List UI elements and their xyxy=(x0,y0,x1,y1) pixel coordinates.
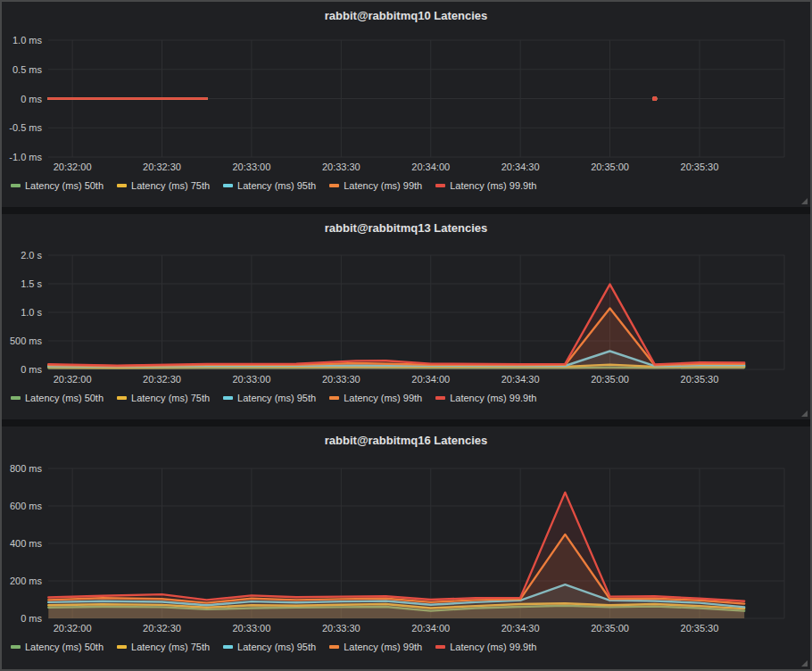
legend: Latency (ms) 50thLatency (ms) 75thLatenc… xyxy=(11,393,536,403)
y-tick-label: 0 ms xyxy=(21,613,42,624)
legend-item[interactable]: Latency (ms) 99th xyxy=(329,642,422,652)
legend-item[interactable]: Latency (ms) 95th xyxy=(223,180,316,191)
chart-canvas[interactable]: 1.0 ms0.5 ms0 ms-0.5 ms-1.0 ms20:32:0020… xyxy=(2,2,810,207)
legend: Latency (ms) 50thLatency (ms) 75thLatenc… xyxy=(11,180,536,191)
x-tick-label: 20:34:00 xyxy=(411,623,450,634)
legend-item[interactable]: Latency (ms) 99.9th xyxy=(435,180,536,191)
y-tick-label: 600 ms xyxy=(10,501,43,511)
y-tick-label: 1.5 s xyxy=(21,278,42,289)
y-tick-label: 400 ms xyxy=(10,538,43,549)
legend-label: Latency (ms) 99th xyxy=(344,642,422,652)
y-tick-label: 1.0 s xyxy=(21,307,42,318)
x-tick-label: 20:32:30 xyxy=(143,162,181,172)
legend-label: Latency (ms) 99.9th xyxy=(450,642,536,652)
y-tick-label: 2.0 s xyxy=(21,250,42,261)
chart-canvas[interactable]: 800 ms600 ms400 ms200 ms0 ms20:32:0020:3… xyxy=(2,427,810,669)
x-tick-label: 20:35:30 xyxy=(681,623,719,634)
x-tick-label: 20:33:30 xyxy=(322,374,360,385)
series-color-icon xyxy=(223,396,233,400)
y-tick-label: 800 ms xyxy=(10,463,43,474)
y-tick-label: 0 ms xyxy=(21,94,42,104)
data-point xyxy=(652,96,657,101)
legend-item[interactable]: Latency (ms) 75th xyxy=(117,642,210,652)
panel-title[interactable]: rabbit@rabbitmq16 Latencies xyxy=(2,434,810,447)
resize-handle-icon[interactable] xyxy=(801,660,808,667)
panel-rabbitmq16-latencies: rabbit@rabbitmq16 Latencies 800 ms600 ms… xyxy=(2,427,810,669)
x-tick-label: 20:32:00 xyxy=(54,623,92,634)
x-tick-label: 20:34:30 xyxy=(501,162,540,172)
legend-label: Latency (ms) 50th xyxy=(25,180,104,191)
series-color-icon xyxy=(329,396,339,400)
legend-item[interactable]: Latency (ms) 99th xyxy=(329,393,422,403)
series-color-icon xyxy=(11,396,21,400)
series-color-icon xyxy=(11,645,21,649)
x-tick-label: 20:33:30 xyxy=(322,623,360,634)
panel-title[interactable]: rabbit@rabbitmq10 Latencies xyxy=(2,9,810,22)
x-tick-label: 20:35:30 xyxy=(681,374,719,385)
x-tick-label: 20:32:30 xyxy=(143,623,181,634)
legend-label: Latency (ms) 99.9th xyxy=(450,393,536,403)
x-tick-label: 20:34:30 xyxy=(501,374,540,385)
x-tick-label: 20:32:30 xyxy=(143,374,181,385)
series-area xyxy=(48,285,744,369)
series-color-icon xyxy=(435,645,445,649)
legend-item[interactable]: Latency (ms) 99.9th xyxy=(435,642,536,652)
y-tick-label: -1.0 ms xyxy=(9,152,42,162)
x-tick-label: 20:33:00 xyxy=(233,374,271,385)
legend-label: Latency (ms) 99th xyxy=(344,180,422,191)
series-color-icon xyxy=(223,645,233,649)
x-tick-label: 20:34:00 xyxy=(411,374,450,385)
series-line xyxy=(48,534,744,604)
legend-item[interactable]: Latency (ms) 50th xyxy=(11,642,104,652)
legend-label: Latency (ms) 50th xyxy=(25,642,104,652)
x-tick-label: 20:33:30 xyxy=(322,162,360,172)
series-color-icon xyxy=(117,184,127,187)
legend-item[interactable]: Latency (ms) 95th xyxy=(223,642,316,652)
legend-label: Latency (ms) 75th xyxy=(131,642,210,652)
series-color-icon xyxy=(329,184,339,187)
legend-label: Latency (ms) 95th xyxy=(237,180,316,191)
series-color-icon xyxy=(117,645,127,649)
dashboard: rabbit@rabbitmq10 Latencies 1.0 ms0.5 ms… xyxy=(0,0,812,671)
x-tick-label: 20:35:00 xyxy=(591,623,629,634)
legend-item[interactable]: Latency (ms) 99th xyxy=(329,180,422,191)
panel-rabbitmq13-latencies: rabbit@rabbitmq13 Latencies 2.0 s1.5 s1.… xyxy=(2,214,810,419)
series-color-icon xyxy=(117,396,127,400)
panel-title[interactable]: rabbit@rabbitmq13 Latencies xyxy=(2,221,810,235)
legend-item[interactable]: Latency (ms) 75th xyxy=(117,180,210,191)
legend-label: Latency (ms) 75th xyxy=(131,180,210,191)
x-tick-label: 20:32:00 xyxy=(54,374,92,385)
series-color-icon xyxy=(435,396,445,400)
resize-handle-icon[interactable] xyxy=(801,410,808,417)
x-tick-label: 20:32:00 xyxy=(54,162,92,172)
x-tick-label: 20:35:00 xyxy=(591,374,629,385)
x-tick-label: 20:33:00 xyxy=(233,162,271,172)
legend-label: Latency (ms) 75th xyxy=(131,393,210,403)
legend-item[interactable]: Latency (ms) 50th xyxy=(11,393,104,403)
series-area xyxy=(48,493,744,618)
legend-label: Latency (ms) 50th xyxy=(25,393,104,403)
y-tick-label: 200 ms xyxy=(10,576,43,586)
legend-item[interactable]: Latency (ms) 95th xyxy=(223,393,316,403)
panel-rabbitmq10-latencies: rabbit@rabbitmq10 Latencies 1.0 ms0.5 ms… xyxy=(2,2,810,207)
y-tick-label: 500 ms xyxy=(10,336,43,346)
legend: Latency (ms) 50thLatency (ms) 75thLatenc… xyxy=(11,642,536,652)
x-tick-label: 20:35:30 xyxy=(681,162,719,172)
x-tick-label: 20:35:00 xyxy=(591,162,629,172)
series-color-icon xyxy=(435,184,445,187)
series-color-icon xyxy=(329,645,339,649)
y-tick-label: -0.5 ms xyxy=(9,122,42,133)
chart-canvas[interactable]: 2.0 s1.5 s1.0 s500 ms0 ms20:32:0020:32:3… xyxy=(2,214,810,419)
resize-handle-icon[interactable] xyxy=(801,198,808,204)
y-tick-label: 1.0 ms xyxy=(12,35,43,46)
legend-item[interactable]: Latency (ms) 75th xyxy=(117,393,210,403)
legend-label: Latency (ms) 95th xyxy=(237,393,316,403)
x-tick-label: 20:34:00 xyxy=(411,162,450,172)
legend-item[interactable]: Latency (ms) 50th xyxy=(11,180,104,191)
series-color-icon xyxy=(223,184,233,187)
legend-item[interactable]: Latency (ms) 99.9th xyxy=(435,393,536,403)
legend-label: Latency (ms) 95th xyxy=(237,642,316,652)
y-tick-label: 0 ms xyxy=(21,364,42,375)
series-color-icon xyxy=(11,184,21,187)
x-tick-label: 20:33:00 xyxy=(233,623,271,634)
